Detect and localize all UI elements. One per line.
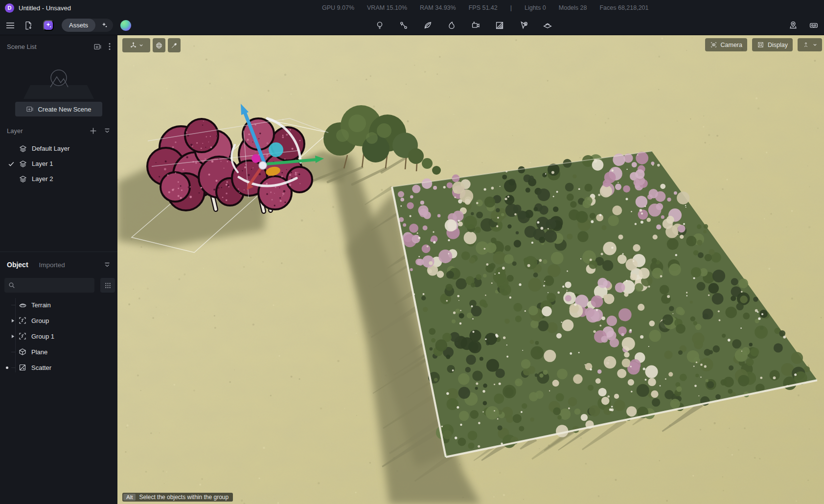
object-item-terrain[interactable]: Terrain: [0, 297, 117, 313]
collapse-object-panel-button[interactable]: [104, 261, 111, 268]
search-input[interactable]: [18, 282, 89, 289]
group-icon: [19, 332, 31, 340]
move-axes-icon: [129, 41, 137, 49]
scene-empty-state: [0, 65, 117, 100]
performance-stats: GPU 9.07% VRAM 15.10% RAM 34.93% FPS 51.…: [322, 0, 649, 16]
camera-button[interactable]: Camera: [705, 38, 747, 51]
add-scene-icon: [26, 105, 34, 113]
flame-icon: [446, 20, 457, 31]
view-mode-grid-button[interactable]: [100, 278, 115, 293]
assets-button[interactable]: Assets: [62, 19, 95, 32]
create-new-scene-label: Create New Scene: [38, 106, 91, 113]
leaf-icon: [422, 20, 433, 31]
object-panel-tabs: Object Imported: [0, 258, 117, 272]
geo-location-button[interactable]: [788, 20, 799, 31]
stat-fps: FPS 51.42: [469, 4, 498, 11]
add-layer-button[interactable]: [90, 127, 97, 135]
search-box[interactable]: [4, 278, 94, 293]
object-item-label: Scatter: [31, 364, 51, 371]
scene-canvas[interactable]: [117, 35, 824, 504]
vr-mode-button[interactable]: [808, 20, 819, 31]
stat-lights: Lights 0: [525, 4, 546, 11]
globe-icon: [155, 42, 163, 49]
display-button[interactable]: Display: [752, 38, 793, 51]
person-icon: [802, 42, 809, 48]
stat-gpu: GPU 9.07%: [322, 4, 354, 11]
import-file-button[interactable]: [23, 21, 33, 30]
left-sidebar: Scene List Create New Scene Layer: [0, 35, 117, 504]
particle-tool-button[interactable]: [446, 20, 457, 31]
sparkle-icon: [46, 22, 52, 28]
scene-menu-button[interactable]: [109, 43, 111, 50]
hint-text: Select the objects within the group: [139, 494, 229, 501]
lights-tool-button[interactable]: [374, 20, 385, 31]
material-tool-button[interactable]: [494, 20, 505, 31]
add-camera-button[interactable]: [470, 20, 481, 31]
document-title: Untitled - Unsaved: [19, 4, 71, 12]
object-item-group-1[interactable]: Group 1: [0, 328, 117, 344]
scene-list-header: Scene List: [0, 40, 117, 53]
object-item-group[interactable]: Group: [0, 313, 117, 328]
layer-item-label: Default Layer: [32, 145, 69, 152]
picker-button[interactable]: [168, 38, 181, 52]
geo-pin-icon: [788, 20, 799, 31]
tab-object[interactable]: Object: [7, 261, 28, 269]
terrain-icon: [19, 301, 31, 309]
group-icon: [19, 317, 31, 324]
hamburger-icon: [6, 22, 15, 29]
layer-item-layer-1[interactable]: Layer 1: [0, 156, 117, 171]
path-tool-button[interactable]: [398, 20, 409, 31]
tab-imported[interactable]: Imported: [39, 261, 65, 269]
display-button-label: Display: [768, 42, 788, 48]
object-item-label: Plane: [31, 348, 47, 356]
object-search-row: [0, 278, 117, 293]
layer-header: Layer: [0, 124, 117, 137]
layers-icon: [19, 175, 32, 183]
pick-tool-button[interactable]: [518, 20, 529, 31]
layer-item-label: Layer 2: [32, 175, 53, 183]
toolbar-center: [374, 16, 553, 35]
light-bulb-icon: [374, 20, 385, 31]
sparkle-icon: [101, 22, 108, 29]
stat-faces: Faces 68,218,201: [599, 4, 648, 11]
create-new-scene-button[interactable]: Create New Scene: [15, 102, 102, 116]
stat-vram: VRAM 15.10%: [367, 4, 407, 11]
alt-key-badge: Alt: [123, 494, 136, 501]
object-item-scatter[interactable]: Scatter: [0, 360, 117, 375]
expand-caret-icon[interactable]: [11, 334, 19, 339]
assets-pill[interactable]: Assets: [62, 19, 113, 32]
scene-list-title: Scene List: [7, 43, 37, 50]
display-cube-icon: [757, 41, 764, 48]
surface-layers-icon: [542, 20, 553, 31]
vr-headset-icon: [808, 20, 819, 31]
layer-item-default-layer[interactable]: Default Layer: [0, 141, 117, 156]
object-tree: TerrainGroupGroup 1PlaneScatter: [0, 297, 117, 375]
viewport-tool-buttons: [122, 38, 181, 52]
tree-tick: [11, 305, 19, 305]
collapse-layer-panel-button[interactable]: [104, 127, 111, 134]
layer-title: Layer: [7, 127, 23, 135]
menu-button[interactable]: [6, 22, 15, 29]
object-item-plane[interactable]: Plane: [0, 344, 117, 360]
ai-assistant-button[interactable]: [43, 20, 54, 31]
assets-ai-button[interactable]: [95, 22, 113, 29]
expand-caret-icon[interactable]: [11, 319, 19, 323]
scatter-tool-button[interactable]: [542, 20, 553, 31]
scatter-icon: [19, 364, 31, 371]
layers-icon: [19, 145, 32, 153]
viewport-3d[interactable]: Camera Display Alt Select the objects wi…: [117, 35, 824, 504]
stat-divider: |: [510, 4, 512, 11]
transform-mode-button[interactable]: [122, 38, 150, 52]
viewport-view-buttons: Camera Display: [705, 38, 822, 51]
world-coordinates-button[interactable]: [153, 38, 165, 52]
add-scene-button[interactable]: [93, 43, 102, 51]
object-item-label: Group: [31, 317, 49, 324]
chevron-down-icon: [813, 43, 817, 47]
import-file-icon: [23, 21, 33, 30]
vegetation-tool-button[interactable]: [422, 20, 433, 31]
object-item-label: Terrain: [31, 301, 51, 309]
object-list: TerrainGroupGroup 1PlaneScatter: [0, 297, 117, 375]
walk-mode-button[interactable]: [798, 38, 822, 51]
layer-item-layer-2[interactable]: Layer 2: [0, 171, 117, 186]
render-sphere-button[interactable]: [120, 20, 131, 31]
